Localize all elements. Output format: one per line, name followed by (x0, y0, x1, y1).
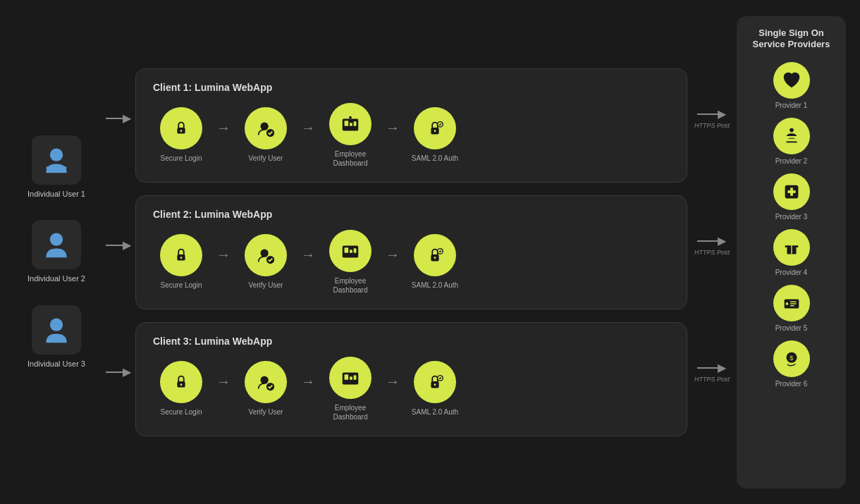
client-3-title: Client 3: Lumina WebApp (153, 336, 670, 347)
step-secure-login-3: Secure Login (153, 361, 209, 417)
user-3-label: Individual User 3 (27, 359, 85, 369)
provider-3-icon (773, 173, 810, 210)
secure-login-label-3: Secure Login (161, 407, 202, 417)
secure-login-icon-3 (160, 361, 202, 403)
step-secure-login-1: Secure Login (153, 107, 209, 163)
arrow-2-2: → (301, 247, 315, 277)
provider-5-label: Provider 5 (775, 324, 808, 332)
svg-rect-11 (350, 123, 352, 126)
user-3-wrap: Individual User 3 (27, 305, 85, 369)
main-container: Individual User 1 Individual User 2 Indi… (14, 9, 846, 496)
dashboard-label-2: EmployeeDashboard (333, 276, 368, 295)
svg-point-39 (790, 128, 794, 133)
saml-icon-1 (414, 107, 456, 149)
svg-rect-22 (345, 247, 349, 253)
client-3-flow: Secure Login → Verify User → E (153, 357, 670, 422)
provider-6-icon: $ (773, 340, 810, 377)
secure-login-label-2: Secure Login (161, 281, 202, 290)
user-3-icon (41, 314, 72, 345)
arrow-2-3: → (386, 247, 400, 277)
provider-2: Provider 2 (773, 118, 810, 165)
provider-3: Provider 3 (773, 173, 810, 221)
svg-rect-34 (350, 376, 352, 380)
dashboard-label-1: EmployeeDashboard (333, 149, 368, 168)
provider-1-icon (773, 62, 810, 99)
step-secure-login-2: Secure Login (153, 234, 209, 290)
svg-point-0 (50, 149, 63, 161)
arrow-to-client-1: ▶ (106, 111, 131, 139)
svg-point-29 (180, 383, 183, 386)
svg-rect-33 (345, 374, 349, 380)
client-3-box: Client 3: Lumina WebApp Secure Login → V… (135, 322, 687, 436)
arrow-to-client-3: ▶ (106, 365, 131, 393)
verify-user-icon-2 (245, 234, 287, 276)
https-arrow-2: ▶ HTTPS Post (692, 234, 730, 270)
saml-icon-3 (414, 361, 456, 403)
step-dashboard-3: EmployeeDashboard (322, 357, 379, 422)
svg-rect-35 (354, 375, 357, 380)
arrow-1-2: → (301, 120, 315, 150)
svg-point-13 (349, 116, 352, 118)
client-1-row: ▶ Client 1: Lumina WebApp Secure Login → (106, 68, 730, 183)
client-2-title: Client 2: Lumina WebApp (153, 209, 670, 220)
saml-label-3: SAML 2.0 Auth (412, 407, 458, 417)
users-section: Individual User 1 Individual User 2 Indi… (14, 135, 99, 369)
https-arrow-3: ▶ HTTPS Post (692, 361, 730, 397)
client-1-flow: Secure Login → Verify User → (153, 103, 670, 168)
user-1-label: Individual User 1 (27, 189, 85, 199)
client-2-flow: Secure Login → Verify User → E (153, 230, 670, 295)
sso-panel: Single Sign OnService Providers Provider… (737, 16, 846, 488)
client-3-row: ▶ Client 3: Lumina WebApp Secure Login → (106, 322, 730, 436)
provider-4-label: Provider 4 (775, 269, 808, 276)
provider-3-label: Provider 3 (775, 213, 808, 221)
verify-user-label-2: Verify User (249, 281, 283, 290)
client-2-box: Client 2: Lumina WebApp Secure Login → V… (135, 195, 687, 309)
svg-point-26 (434, 257, 436, 259)
dashboard-icon-3 (329, 357, 371, 399)
secure-login-label-1: Secure Login (161, 154, 202, 163)
arrow-3-2: → (301, 374, 315, 404)
https-arrow-1: ▶ HTTPS Post (692, 107, 730, 143)
provider-1-label: Provider 1 (775, 102, 808, 109)
svg-rect-23 (350, 250, 352, 253)
dashboard-icon-2 (329, 230, 371, 272)
svg-point-3 (50, 318, 63, 331)
sso-title: Single Sign OnService Providers (753, 27, 830, 51)
svg-point-2 (50, 233, 63, 246)
svg-rect-43 (787, 190, 795, 193)
arrow-to-client-2: ▶ (106, 238, 131, 266)
step-saml-1: SAML 2.0 Auth (407, 107, 463, 163)
saml-label-1: SAML 2.0 Auth (412, 154, 458, 163)
user-2-icon (41, 229, 72, 260)
svg-point-15 (434, 130, 436, 132)
user-2-icon-box (32, 220, 81, 269)
arrow-3-3: → (386, 374, 400, 404)
provider-2-label: Provider 2 (775, 157, 808, 165)
client-1-title: Client 1: Lumina WebApp (153, 82, 670, 93)
dashboard-icon-1 (329, 103, 371, 145)
step-verify-user-1: Verify User (238, 107, 294, 163)
client-2-row: ▶ Client 2: Lumina WebApp Secure Login → (106, 195, 730, 309)
provider-6: $ Provider 6 (773, 340, 810, 388)
saml-icon-2 (414, 234, 456, 276)
secure-login-icon-1 (160, 107, 202, 149)
user-2-label: Individual User 2 (27, 273, 85, 283)
https-label-2: HTTPS Post (694, 249, 730, 256)
provider-6-label: Provider 6 (775, 380, 808, 388)
verify-user-icon-3 (245, 361, 287, 403)
arrow-1-1: → (216, 120, 231, 150)
arrow-2-1: → (216, 247, 231, 277)
https-label-1: HTTPS Post (694, 122, 730, 129)
clients-section: ▶ Client 1: Lumina WebApp Secure Login → (106, 68, 730, 436)
user-3-icon-box (32, 305, 81, 355)
provider-1: Provider 1 (773, 62, 810, 109)
secure-login-icon-2 (160, 234, 202, 276)
step-saml-2: SAML 2.0 Auth (407, 234, 463, 290)
user-1-icon (41, 145, 72, 176)
provider-4-icon (773, 229, 810, 266)
provider-2-icon (773, 118, 810, 154)
client-1-box: Client 1: Lumina WebApp Secure Login → (135, 68, 687, 183)
step-verify-user-2: Verify User (238, 234, 294, 290)
dashboard-label-3: EmployeeDashboard (333, 403, 368, 422)
provider-5-icon (773, 285, 810, 321)
